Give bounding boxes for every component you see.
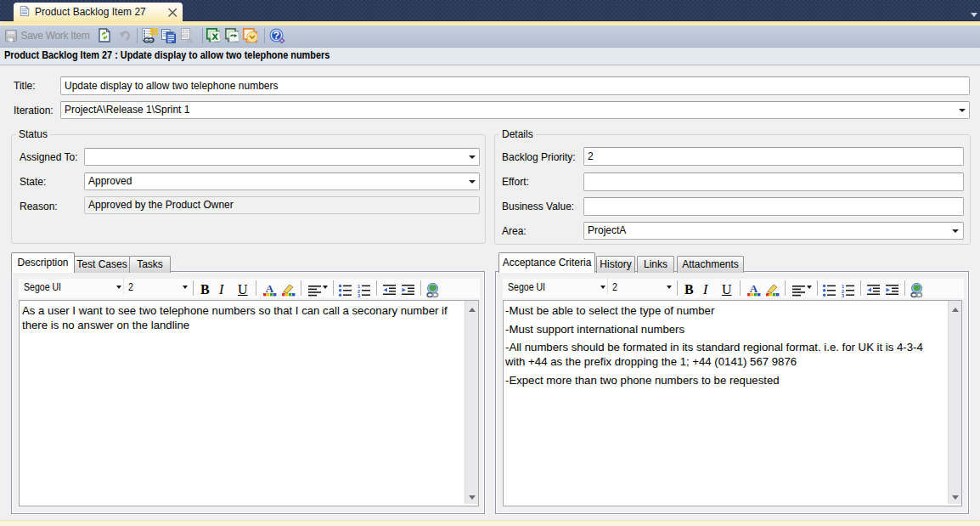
svg-text:3: 3 [358, 293, 360, 297]
svg-text:A: A [266, 283, 274, 295]
svg-text:?: ? [273, 30, 279, 42]
svg-text:A: A [750, 283, 758, 295]
svg-text:3: 3 [842, 293, 844, 297]
